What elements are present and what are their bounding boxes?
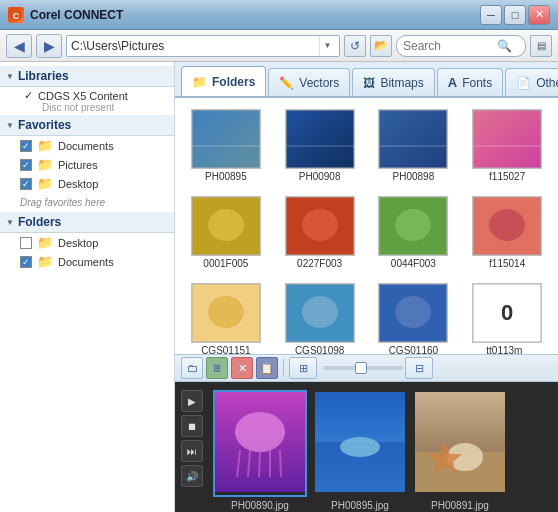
file-thumb-cgs01151 (191, 283, 261, 343)
sidebar-item-cdgs[interactable]: ✓ CDGS X5 Content Disc not present (0, 87, 174, 115)
toolbar: ◀ ▶ ▼ ↺ 📂 🔍 ▤ (0, 30, 558, 62)
restore-button[interactable]: □ (504, 5, 526, 25)
preview-next-btn[interactable]: ⏭ (181, 440, 203, 462)
file-item-ph00908[interactable]: PH00908 (275, 104, 365, 187)
preview-item-ph00895[interactable]: PH00895.jpg (313, 390, 407, 511)
documents-label: Documents (58, 140, 114, 152)
file-item-ph00895[interactable]: PH00895 (181, 104, 271, 187)
file-item-cgs01098[interactable]: CGS01098 (275, 278, 365, 354)
file-item-tt0113m_[interactable]: 0tt0113m_ (462, 278, 552, 354)
file-thumb-f115014 (472, 196, 542, 256)
sidebar-folders-header[interactable]: ▼ Folders (0, 212, 174, 233)
file-name-cgs01160: CGS01160 (389, 345, 438, 354)
file-item-0227f003[interactable]: 0227F003 (275, 191, 365, 274)
documents-folder-checkbox[interactable]: ✓ (20, 256, 32, 268)
file-item-0044f003[interactable]: 0044F003 (369, 191, 459, 274)
documents-checkbox[interactable]: ✓ (20, 140, 32, 152)
cdgs-checkbox[interactable]: ✓ (24, 89, 33, 102)
size-slider-wrap (323, 366, 403, 370)
sidebar-favorites-arrow: ▼ (6, 121, 14, 130)
tab-other-label: Other (536, 76, 558, 90)
search-bar: 🔍 (396, 35, 526, 57)
close-button[interactable]: ✕ (528, 5, 550, 25)
sidebar-item-documents-folder[interactable]: ✓ 📁 Documents (0, 252, 174, 271)
desktop-folder-checkbox[interactable] (20, 237, 32, 249)
documents-folder-icon2: 📁 (37, 254, 53, 269)
preview-thumb-ph00891 (413, 390, 507, 497)
tab-other[interactable]: 📄 Other (505, 68, 558, 96)
size-slider[interactable] (323, 366, 403, 370)
file-item-cgs01160[interactable]: CGS01160 (369, 278, 459, 354)
file-item-ph00898[interactable]: PH00898 (369, 104, 459, 187)
sidebar-folders-label: Folders (18, 215, 61, 229)
preview-thumb-ph00890 (213, 390, 307, 497)
refresh-button[interactable]: ↺ (344, 35, 366, 57)
content-panel: 📁 Folders ✏️ Vectors 🖼 Bitmaps A Fonts 📄… (175, 62, 558, 512)
back-button[interactable]: ◀ (6, 34, 32, 58)
file-item-f115027[interactable]: f115027 (462, 104, 552, 187)
svg-point-33 (395, 296, 431, 328)
browse-button[interactable]: 📂 (370, 35, 392, 57)
size-slider-thumb[interactable] (355, 362, 367, 374)
preview-stop-btn[interactable]: ⏹ (181, 415, 203, 437)
cdgs-subtext: Disc not present (24, 102, 164, 113)
file-name-cgs01098: CGS01098 (295, 345, 344, 354)
file-name-tt0113m_: tt0113m_ (486, 345, 528, 354)
tab-folders[interactable]: 📁 Folders (181, 66, 266, 96)
address-input[interactable] (71, 39, 319, 53)
file-name-ph00895: PH00895 (205, 171, 247, 182)
bottom-paste-btn[interactable]: 📋 (256, 357, 278, 379)
sidebar-libraries-header[interactable]: ▼ Libraries (0, 66, 174, 87)
bottom-copy-btn[interactable]: 🗎 (206, 357, 228, 379)
grid-view-btn[interactable]: ⊞ (289, 357, 317, 379)
address-dropdown-button[interactable]: ▼ (319, 36, 335, 56)
sidebar-item-desktop-folder[interactable]: 📁 Desktop (0, 233, 174, 252)
list-view-btn[interactable]: ⊟ (405, 357, 433, 379)
preview-panel: ▶ ⏹ ⏭ 🔊 PH00890.jpgPH00895.jpgPH00891.jp… (175, 382, 558, 512)
file-item-f115014[interactable]: f115014 (462, 191, 552, 274)
svg-rect-8 (379, 110, 447, 168)
preview-play-btn[interactable]: ▶ (181, 390, 203, 412)
pictures-checkbox[interactable]: ✓ (20, 159, 32, 171)
preview-label-ph00891: PH00891.jpg (431, 500, 489, 511)
tab-folders-icon: 📁 (192, 75, 207, 89)
view-toggle-button[interactable]: ▤ (530, 35, 552, 57)
file-thumb-tt0113m_: 0 (472, 283, 542, 343)
file-item-0001f005[interactable]: 0001F005 (181, 191, 271, 274)
tab-vectors-label: Vectors (299, 76, 339, 90)
tab-vectors[interactable]: ✏️ Vectors (268, 68, 350, 96)
tab-fonts-icon: A (448, 75, 457, 90)
sidebar-favorites-header[interactable]: ▼ Favorites (0, 115, 174, 136)
sidebar-libraries-arrow: ▼ (6, 72, 14, 81)
sidebar-favorites-label: Favorites (18, 118, 71, 132)
preview-thumb-ph00895 (313, 390, 407, 497)
file-item-cgs01151[interactable]: CGS01151 (181, 278, 271, 354)
minimize-button[interactable]: ─ (480, 5, 502, 25)
app-title: Corel CONNECT (30, 8, 480, 22)
file-name-0227f003: 0227F003 (297, 258, 342, 269)
bottom-new-btn[interactable]: 🗀 (181, 357, 203, 379)
forward-button[interactable]: ▶ (36, 34, 62, 58)
search-input[interactable] (403, 39, 493, 53)
file-thumb-cgs01160 (378, 283, 448, 343)
preview-label-ph00895: PH00895.jpg (331, 500, 389, 511)
tab-bitmaps[interactable]: 🖼 Bitmaps (352, 68, 434, 96)
file-name-0044f003: 0044F003 (391, 258, 436, 269)
bottom-red-btn[interactable]: ✕ (231, 357, 253, 379)
sidebar-item-desktop-fav[interactable]: ✓ 📁 Desktop (0, 174, 174, 193)
app-icon: C (8, 7, 24, 23)
preview-item-ph00891[interactable]: PH00891.jpg (413, 390, 507, 511)
drag-hint: Drag favorites here (0, 193, 174, 212)
filter-tabs: 📁 Folders ✏️ Vectors 🖼 Bitmaps A Fonts 📄… (175, 62, 558, 98)
preview-item-ph00890[interactable]: PH00890.jpg (213, 390, 307, 511)
sidebar-item-documents[interactable]: ✓ 📁 Documents (0, 136, 174, 155)
svg-point-24 (489, 209, 525, 241)
svg-text:0: 0 (501, 300, 513, 325)
tab-fonts[interactable]: A Fonts (437, 68, 503, 96)
svg-point-48 (340, 437, 380, 457)
desktop-fav-checkbox[interactable]: ✓ (20, 178, 32, 190)
file-name-ph00898: PH00898 (393, 171, 435, 182)
search-icon[interactable]: 🔍 (497, 39, 512, 53)
preview-sound-btn[interactable]: 🔊 (181, 465, 203, 487)
sidebar-item-pictures[interactable]: ✓ 📁 Pictures (0, 155, 174, 174)
